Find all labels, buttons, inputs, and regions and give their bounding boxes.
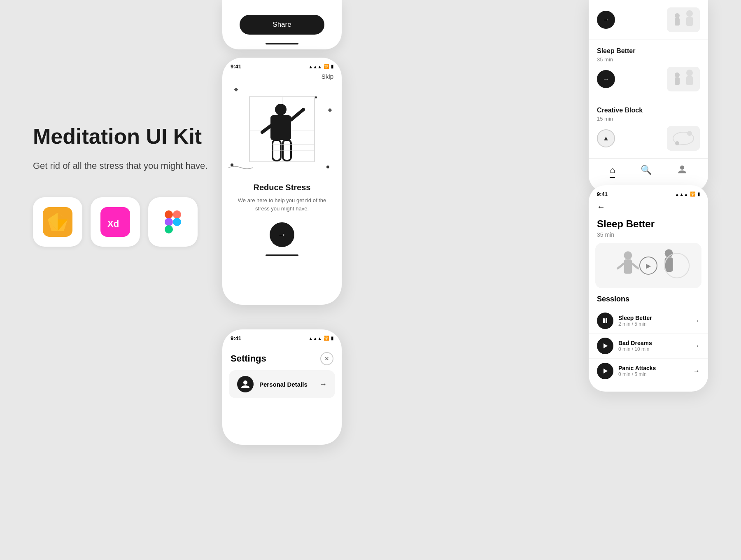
svg-point-11 (173, 218, 181, 226)
sleep-better-list-sub: 2 min / 5 min (618, 321, 688, 327)
status-bar: 9:41 ▲▲▲ 🛜 ▮ (222, 58, 342, 73)
deco-diamond-2 (328, 108, 332, 112)
settings-status-icons: ▲▲▲ 🛜 ▮ (308, 336, 333, 341)
deco-dot-2 (315, 96, 317, 98)
svg-rect-18 (273, 140, 281, 161)
deco-dot-3 (326, 166, 329, 168)
adobe-xd-icon-wrap: Xd (91, 197, 140, 247)
svg-rect-46 (603, 318, 605, 323)
svg-rect-33 (667, 126, 700, 151)
settings-status-time: 9:41 (231, 335, 241, 341)
detail-status-time: 9:41 (597, 191, 608, 197)
left-section: Meditation UI Kit Get rid of all the str… (33, 124, 222, 247)
figma-icon-wrap (148, 197, 198, 247)
settings-wifi-icon: 🛜 (324, 336, 329, 341)
svg-rect-10 (165, 225, 173, 233)
detail-phone: 9:41 ▲▲▲ 🛜 ▮ ← Sleep Better 35 min ▶ Ses… (589, 185, 708, 392)
session-item-bad-dreams[interactable]: Bad Dreams 0 min / 10 min → (589, 334, 708, 359)
detail-hero-image: ▶ (595, 243, 701, 288)
first-session-row: → (597, 7, 700, 32)
bad-dreams-arrow: → (693, 342, 700, 350)
personal-details-label: Personal Details (259, 381, 314, 388)
search-nav-icon[interactable]: 🔍 (641, 165, 652, 178)
sleep-better-list-name: Sleep Better (618, 315, 688, 321)
detail-battery-icon: ▮ (697, 191, 700, 197)
detail-play-button[interactable]: ▶ (639, 257, 657, 275)
svg-marker-48 (604, 343, 608, 348)
detail-title: Sleep Better (589, 215, 708, 231)
svg-rect-25 (686, 17, 693, 26)
creative-block-thumb (667, 126, 700, 151)
session-item-panic-attacks[interactable]: Panic Attacks 0 min / 5 min → (589, 359, 708, 383)
svg-rect-47 (606, 318, 607, 323)
sketch-icon-wrap (33, 197, 82, 247)
home-indicator (266, 43, 298, 44)
sessions-label: Sessions (589, 295, 708, 308)
svg-line-17 (262, 126, 270, 132)
detail-signal-icon: ▲▲▲ (675, 192, 688, 197)
figure-svg (250, 97, 315, 162)
settings-close-icon[interactable]: ✕ (320, 352, 333, 365)
bad-dreams-list-name: Bad Dreams (618, 340, 688, 346)
session-item-sleep-better[interactable]: Sleep Better 2 min / 5 min → (589, 308, 708, 334)
onboarding-illustration (222, 84, 342, 175)
settings-phone: 9:41 ▲▲▲ 🛜 ▮ Settings ✕ Personal Details… (222, 329, 342, 445)
svg-rect-15 (270, 115, 291, 140)
home-indicator-middle (266, 254, 298, 256)
sleep-better-play[interactable]: → (597, 70, 615, 88)
sleep-better-list-info: Sleep Better 2 min / 5 min (618, 315, 688, 327)
panic-attacks-list-name: Panic Attacks (618, 365, 688, 371)
svg-rect-32 (675, 77, 680, 85)
tool-icons-row: Xd (33, 197, 222, 247)
home-nav-icon[interactable]: ⌂ (610, 165, 615, 178)
sleep-better-arrow: → (693, 317, 700, 324)
settings-signal-icon: ▲▲▲ (308, 336, 322, 341)
personal-details-item[interactable]: Personal Details → (229, 370, 335, 398)
cta-arrow-icon: → (277, 229, 287, 240)
bad-dreams-list-sub: 0 min / 10 min (618, 346, 688, 352)
svg-text:Xd: Xd (107, 219, 119, 229)
svg-point-22 (243, 380, 247, 385)
profile-nav-icon[interactable] (677, 165, 687, 178)
svg-rect-30 (686, 76, 693, 85)
skip-button[interactable]: Skip (222, 73, 342, 84)
svg-rect-27 (675, 18, 680, 26)
svg-rect-23 (667, 7, 700, 32)
play-icon-bad-dreams (597, 338, 613, 354)
onboard-cta-button[interactable]: → (270, 222, 294, 247)
signal-icon: ▲▲▲ (308, 64, 322, 69)
first-play-button[interactable]: → (597, 11, 615, 29)
personal-details-arrow: → (319, 380, 327, 389)
svg-point-36 (675, 141, 679, 145)
sleep-better-duration: 35 min (597, 56, 700, 63)
settings-battery-icon: ▮ (331, 336, 333, 341)
share-button[interactable]: Share (240, 15, 324, 35)
detail-duration: 35 min (589, 231, 708, 243)
back-button[interactable]: ← (589, 199, 708, 215)
deco-diamond-1 (234, 88, 238, 92)
svg-point-26 (675, 13, 680, 18)
svg-point-29 (686, 70, 693, 76)
svg-point-24 (686, 10, 693, 17)
onboard-description: We are here to help you get rid of the s… (222, 196, 342, 212)
personal-avatar-icon (237, 376, 254, 392)
phone-top-partial: Share (222, 0, 342, 49)
status-time: 9:41 (231, 63, 241, 70)
panic-attacks-list-sub: 0 min / 5 min (618, 371, 688, 377)
onboarding-phone: 9:41 ▲▲▲ 🛜 ▮ Skip (222, 58, 342, 305)
creative-block-name: Creative Block (597, 107, 700, 114)
creative-block-card: Creative Block 15 min ▲ (589, 99, 708, 159)
bad-dreams-list-info: Bad Dreams 0 min / 10 min (618, 340, 688, 352)
battery-icon: ▮ (331, 64, 333, 69)
onboard-title: Reduce Stress (222, 175, 342, 196)
svg-rect-9 (165, 218, 173, 226)
svg-point-35 (687, 131, 692, 136)
back-arrow-icon: ← (597, 202, 605, 211)
svg-point-39 (624, 251, 632, 259)
creative-block-play[interactable]: ▲ (597, 129, 615, 147)
detail-wifi-icon: 🛜 (690, 191, 696, 197)
svg-line-16 (291, 110, 303, 120)
svg-rect-19 (283, 140, 291, 161)
adobe-xd-icon: Xd (100, 207, 130, 237)
svg-point-31 (675, 72, 680, 77)
